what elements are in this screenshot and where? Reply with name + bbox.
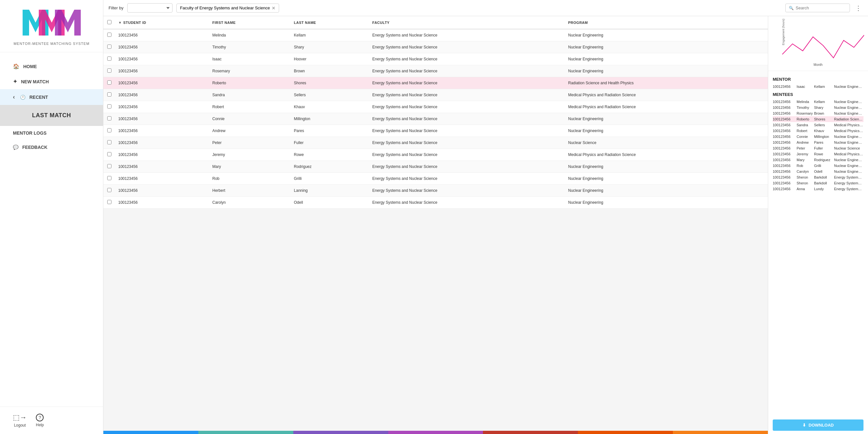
cell-last-name: Sellers [291, 89, 369, 101]
row-select-checkbox[interactable] [107, 33, 112, 37]
sidebar-item-recent[interactable]: ‹ 🕐 RECENT [0, 89, 103, 105]
table-row[interactable]: 100123456 Isaac Hoover Energy Systems an… [103, 53, 768, 65]
table-row[interactable]: 100123456 Robert Khauv Energy Systems an… [103, 101, 768, 113]
download-button[interactable]: ⬇ DOWNLOAD [773, 420, 864, 431]
home-icon: 🏠 [13, 63, 20, 69]
logo-area: MENTOR-MENTEE MATCHING SYSTEM [0, 0, 103, 52]
chart-area: Engagement (hours) Month [768, 16, 868, 71]
row-checkbox [103, 149, 115, 161]
row-select-checkbox[interactable] [107, 140, 112, 144]
cell-first-name: Melinda [209, 29, 291, 41]
row-select-checkbox[interactable] [107, 44, 112, 49]
mentee-first: Sheron [797, 175, 813, 179]
cell-student-id: 100123456 [115, 53, 209, 65]
more-options-button[interactable]: ⋮ [854, 4, 863, 12]
mentee-row: 100123456 Sandra Sellers Medical Physics… [773, 122, 864, 128]
mentee-id: 100123456 [773, 117, 796, 121]
cell-last-name: Lanning [291, 185, 369, 197]
filter-remove-button[interactable]: ✕ [272, 5, 276, 11]
table-row[interactable]: 100123456 Herbert Lanning Energy Systems… [103, 185, 768, 197]
mentor-section-title: MENTOR [773, 77, 864, 82]
mentee-program: Energy Systems and Nuclear Science [834, 175, 864, 179]
table-row[interactable]: 100123456 Rosemary Brown Energy Systems … [103, 65, 768, 77]
help-button[interactable]: ? Help [36, 414, 44, 427]
row-select-checkbox[interactable] [107, 128, 112, 132]
table-row[interactable]: 100123456 Timothy Shary Energy Systems a… [103, 41, 768, 53]
filter-select[interactable]: Faculty Program [127, 3, 173, 12]
table-body: 100123456 Melinda Kellam Energy Systems … [103, 29, 768, 209]
mentee-program: Nuclear Engineering [834, 164, 864, 167]
cell-program: Nuclear Engineering [565, 113, 768, 125]
row-select-checkbox[interactable] [107, 92, 112, 97]
mentee-program: Medical Physics and Radiation Science [834, 129, 864, 133]
sidebar-item-last-match[interactable]: LAST MATCH [0, 105, 103, 126]
row-select-checkbox[interactable] [107, 116, 112, 120]
row-select-checkbox[interactable] [107, 104, 112, 108]
mentee-first: Rob [797, 164, 813, 167]
sidebar-item-feedback[interactable]: 💬 FEEDBACK [0, 140, 103, 154]
cell-program: Medical Physics and Radiation Science [565, 101, 768, 113]
select-all-checkbox[interactable] [107, 20, 112, 24]
row-select-checkbox[interactable] [107, 176, 112, 180]
mentee-first: Andrew [797, 141, 813, 144]
svg-marker-2 [55, 10, 81, 35]
last-match-label: LAST MATCH [32, 112, 71, 119]
row-select-checkbox[interactable] [107, 152, 112, 156]
cell-faculty: Energy Systems and Nuclear Science [369, 89, 565, 101]
table-row[interactable]: 100123456 Peter Fuller Energy Systems an… [103, 137, 768, 149]
mentee-row: 100123456 Jeremy Rowe Medical Physics an… [773, 151, 864, 157]
cell-program: Nuclear Engineering [565, 29, 768, 41]
logout-button[interactable]: ⬚→ Logout [13, 413, 27, 428]
col-program[interactable]: PROGRAM [565, 16, 768, 29]
table-wrap[interactable]: ▼STUDENT ID FIRST NAME LAST NAME FACULTY… [103, 16, 768, 431]
filter-tag-text: Faculty of Energy Systems and Nuclear Sc… [180, 5, 270, 10]
row-select-checkbox[interactable] [107, 188, 112, 192]
row-select-checkbox[interactable] [107, 57, 112, 61]
table-row[interactable]: 100123456 Sandra Sellers Energy Systems … [103, 89, 768, 101]
mentee-program: Nuclear Engineering [834, 100, 864, 104]
main-content: Filter by Faculty Program Faculty of Ene… [103, 0, 868, 434]
row-select-checkbox[interactable] [107, 68, 112, 73]
mentee-last: Barkdoll [814, 181, 833, 185]
color-bar [103, 431, 768, 434]
cell-first-name: Timothy [209, 41, 291, 53]
col-faculty[interactable]: FACULTY [369, 16, 565, 29]
cell-program: Nuclear Engineering [565, 65, 768, 77]
chart-x-label: Month [772, 63, 864, 66]
table-row[interactable]: 100123456 Jeremy Rowe Energy Systems and… [103, 149, 768, 161]
table-row[interactable]: 100123456 Carolyn Odell Energy Systems a… [103, 197, 768, 209]
row-checkbox [103, 29, 115, 41]
mentor-id: 100123456 [773, 85, 796, 89]
mentees-list: 100123456 Melinda Kellam Nuclear Enginee… [773, 99, 864, 192]
table-row[interactable]: 100123456 Melinda Kellam Energy Systems … [103, 29, 768, 41]
cell-first-name: Robert [209, 101, 291, 113]
row-select-checkbox[interactable] [107, 200, 112, 204]
cell-faculty: Energy Systems and Nuclear Science [369, 101, 565, 113]
cell-first-name: Rosemary [209, 65, 291, 77]
col-first-name[interactable]: FIRST NAME [209, 16, 291, 29]
mentee-first: Carolyn [797, 169, 813, 174]
col-last-name[interactable]: LAST NAME [291, 16, 369, 29]
table-row[interactable]: 100123456 Rob Grilli Energy Systems and … [103, 173, 768, 185]
sidebar-item-mentor-logs[interactable]: MENTOR LOGS [0, 126, 103, 140]
row-select-checkbox[interactable] [107, 81, 112, 85]
table-row[interactable]: 100123456 Andrew Pares Energy Systems an… [103, 125, 768, 137]
col-student-id[interactable]: ▼STUDENT ID [115, 16, 209, 29]
row-select-checkbox[interactable] [107, 164, 112, 168]
mentee-program: Nuclear Engineering [834, 112, 864, 115]
table-row[interactable]: 100123456 Roberto Shores Energy Systems … [103, 77, 768, 89]
table-section: ▼STUDENT ID FIRST NAME LAST NAME FACULTY… [103, 16, 768, 434]
table-row[interactable]: 100123456 Connie Millington Energy Syste… [103, 113, 768, 125]
cell-last-name: Brown [291, 65, 369, 77]
sidebar-item-home[interactable]: 🏠 HOME [0, 59, 103, 74]
recent-icon: 🕐 [20, 95, 26, 100]
mentee-row: 100123456 Andrew Pares Nuclear Engineeri… [773, 140, 864, 145]
table-row[interactable]: 100123456 Mary Rodriguez Energy Systems … [103, 161, 768, 173]
row-checkbox [103, 185, 115, 197]
search-input[interactable] [796, 5, 841, 10]
content-area: ▼STUDENT ID FIRST NAME LAST NAME FACULTY… [103, 16, 868, 434]
color-bar-segment [483, 431, 578, 434]
mentee-last: Khauv [814, 129, 833, 133]
sidebar-item-new-match[interactable]: ✦ NEW MATCH [0, 74, 103, 89]
mentee-first: Peter [797, 146, 813, 150]
